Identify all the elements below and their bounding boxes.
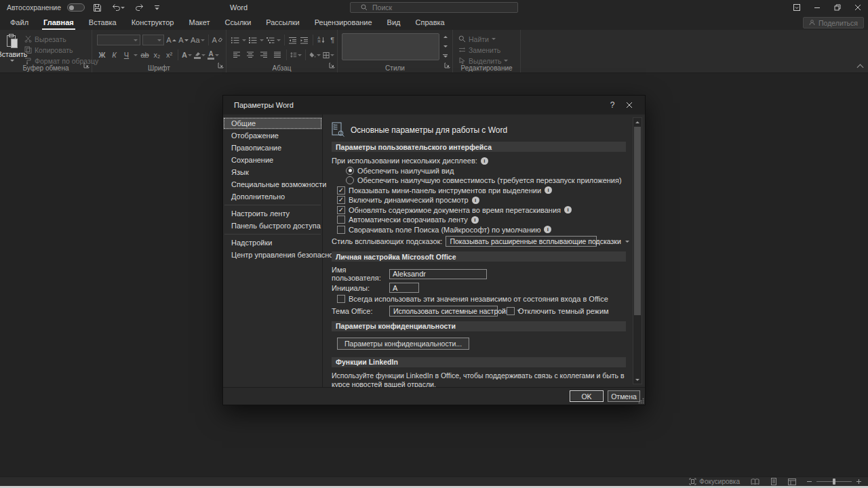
checkbox-live-preview[interactable] (337, 196, 345, 204)
highlight-button[interactable] (194, 49, 205, 61)
sidebar-item-customize-ribbon[interactable]: Настроить ленту (223, 207, 322, 220)
bullets-button[interactable] (231, 35, 240, 46)
multilevel-list-button[interactable] (266, 35, 275, 46)
checkbox-collapse-ribbon[interactable] (337, 216, 345, 224)
sidebar-item-language[interactable]: Язык (223, 166, 322, 178)
decrease-indent-button[interactable] (288, 35, 298, 46)
change-case-button[interactable]: Аа (191, 34, 205, 46)
tooltip-style-select[interactable]: Показывать расширенные всплывающие подск… (446, 236, 597, 247)
scrollbar-thumb[interactable] (634, 127, 641, 315)
styles-scroll-down-button[interactable] (441, 42, 450, 51)
paragraph-dialog-launcher[interactable] (329, 59, 335, 71)
numbering-button[interactable] (248, 35, 258, 46)
underline-button[interactable]: Ч (121, 49, 132, 61)
align-left-button[interactable] (231, 49, 242, 61)
sidebar-item-quick-access[interactable]: Панель быстрого доступа (223, 220, 322, 232)
zoom-out-icon[interactable] (807, 481, 812, 482)
styles-dialog-launcher[interactable] (444, 59, 450, 71)
scroll-down-button[interactable] (633, 375, 642, 384)
dialog-close-button[interactable] (620, 102, 638, 108)
checkbox-always-use[interactable] (337, 295, 345, 303)
checkbox-row-always-use[interactable]: Всегда использовать эти значения независ… (337, 294, 626, 304)
web-layout-button[interactable] (788, 479, 796, 485)
checkbox-row-live-preview[interactable]: Включить динамический просмотр (337, 195, 626, 205)
initials-field[interactable] (389, 283, 419, 293)
content-scrollbar[interactable] (633, 117, 642, 384)
checkbox-row-update-drag[interactable]: Обновлять содержимое документа во время … (337, 205, 626, 216)
grow-font-button[interactable]: А (166, 34, 176, 46)
scroll-up-button[interactable] (633, 118, 642, 126)
shrink-font-button[interactable]: А (178, 34, 189, 46)
zoom-slider[interactable] (807, 479, 861, 484)
shading-button[interactable] (309, 49, 321, 61)
search-input[interactable]: Поиск (350, 2, 518, 13)
find-button[interactable]: Найти (458, 34, 520, 44)
font-dialog-launcher[interactable] (218, 59, 224, 71)
checkbox-disable-dark-mode[interactable] (507, 307, 515, 315)
zoom-thumb[interactable] (833, 479, 835, 485)
font-size-select[interactable] (142, 35, 164, 45)
office-theme-select[interactable]: Использовать системные настройки (389, 306, 498, 317)
dialog-titlebar[interactable]: Параметры Word ? (223, 96, 645, 115)
checkbox-row-collapse-ribbon[interactable]: Автоматически сворачивать ленту (337, 215, 626, 225)
underline-dropdown-caret[interactable] (134, 54, 138, 56)
sidebar-item-general[interactable]: Общие (223, 117, 322, 129)
checkbox-collapse-search[interactable] (337, 226, 345, 234)
dialog-help-button[interactable]: ? (604, 100, 620, 110)
sidebar-item-addins[interactable]: Надстройки (223, 237, 322, 249)
increase-indent-button[interactable] (300, 35, 309, 46)
clear-formatting-button[interactable]: А (212, 34, 222, 46)
bold-button[interactable]: Ж (97, 49, 107, 61)
sort-button[interactable]: АЯ (316, 35, 326, 46)
tab-review[interactable]: Рецензирование (307, 18, 380, 30)
sidebar-item-advanced[interactable]: Дополнительно (223, 190, 322, 203)
styles-scroll-up-button[interactable] (441, 33, 450, 41)
subscript-button[interactable]: x₂ (152, 49, 162, 61)
show-marks-button[interactable]: ¶ (328, 35, 337, 46)
clipboard-dialog-launcher[interactable] (83, 59, 90, 71)
radio-compatibility[interactable] (346, 176, 354, 184)
tab-help[interactable]: Справка (408, 18, 452, 30)
username-field[interactable] (389, 269, 487, 279)
strikethrough-button[interactable]: ab (140, 49, 150, 61)
tab-view[interactable]: Вид (380, 18, 408, 30)
sidebar-item-proofing[interactable]: Правописание (223, 142, 322, 154)
sidebar-item-accessibility[interactable]: Специальные возможности (223, 178, 322, 190)
line-spacing-button[interactable] (290, 49, 302, 61)
radio-row-compatibility[interactable]: Обеспечить наилучшую совместимость (треб… (346, 176, 626, 186)
sidebar-item-display[interactable]: Отображение (223, 129, 322, 142)
copy-button[interactable]: Копировать (24, 45, 98, 55)
cancel-button[interactable]: Отмена (608, 390, 640, 402)
minimize-button[interactable] (807, 0, 827, 15)
sidebar-item-trust-center[interactable]: Центр управления безопасностью (223, 249, 322, 261)
read-mode-button[interactable] (751, 479, 760, 485)
redo-button[interactable] (133, 1, 146, 14)
tab-file[interactable]: Файл (3, 18, 36, 30)
cut-button[interactable]: Вырезать (24, 34, 98, 44)
autosave-toggle[interactable] (67, 3, 85, 12)
font-name-select[interactable] (97, 35, 140, 45)
ok-button[interactable]: OK (570, 390, 604, 402)
checkbox-row-mini-toolbar[interactable]: Показывать мини-панель инструментов при … (337, 186, 626, 196)
restore-button[interactable] (827, 0, 848, 15)
align-center-button[interactable] (244, 49, 256, 61)
tab-layout[interactable]: Макет (181, 18, 217, 30)
italic-button[interactable]: К (109, 49, 119, 61)
zoom-track[interactable] (816, 481, 852, 482)
share-button[interactable]: Поделиться (803, 17, 864, 28)
ribbon-display-options-button[interactable] (787, 0, 807, 15)
save-button[interactable] (91, 1, 104, 14)
checkbox-mini-toolbar[interactable] (337, 186, 345, 195)
close-button[interactable] (848, 0, 868, 15)
zoom-in-icon[interactable] (856, 479, 861, 484)
tab-insert[interactable]: Вставка (81, 18, 124, 30)
collapse-ribbon-button[interactable] (857, 64, 864, 71)
print-layout-button[interactable] (770, 478, 777, 485)
radio-best-appearance[interactable] (346, 167, 354, 175)
justify-button[interactable] (271, 49, 283, 61)
tab-references[interactable]: Ссылки (218, 18, 259, 30)
replace-button[interactable]: Заменить (458, 45, 520, 55)
sidebar-item-save[interactable]: Сохранение (223, 154, 322, 166)
resize-grip[interactable] (638, 398, 644, 404)
radio-row-best-appearance[interactable]: Обеспечить наилучший вид (346, 166, 626, 176)
